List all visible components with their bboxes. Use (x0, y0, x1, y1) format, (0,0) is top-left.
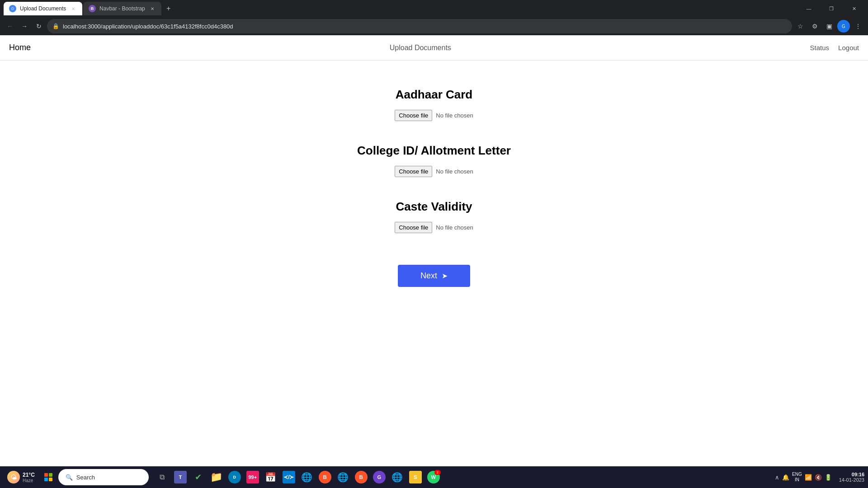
edge-icon[interactable]: 🌐 (299, 469, 315, 485)
aadhaar-section: Aadhaar Card Choose file No file chosen (9, 88, 859, 121)
close-button[interactable]: ✕ (844, 0, 864, 17)
taskbar-search-icon: 🔍 (66, 474, 73, 481)
navbar: Home Upload Documents Status Logout (0, 35, 868, 61)
aadhaar-choose-file-button[interactable]: Choose file (395, 110, 432, 121)
notification-bell-icon[interactable]: 🔔 (782, 474, 789, 481)
tab-close-bootstrap[interactable]: ✕ (149, 5, 156, 12)
wifi-icon[interactable]: 📶 (805, 474, 812, 481)
tab-icon-upload: ⊙ (9, 5, 16, 12)
minimize-button[interactable]: — (798, 0, 819, 17)
new-tab-button[interactable]: + (162, 2, 175, 15)
weather-description: Haze (23, 478, 35, 483)
task-view-button[interactable]: ⧉ (154, 469, 170, 485)
back-button[interactable]: ← (4, 20, 16, 33)
tab-bar: ⊙ Upload Documents ✕ B Navbar - Bootstra… (0, 0, 868, 17)
tab-label-upload: Upload Documents (20, 5, 66, 12)
battery-icon[interactable]: 🔋 (825, 474, 832, 481)
browser-chrome: ⊙ Upload Documents ✕ B Navbar - Bootstra… (0, 0, 868, 35)
next-button-label: Next (420, 271, 437, 281)
logout-link[interactable]: Logout (838, 44, 859, 52)
navbar-brand[interactable]: Home (9, 43, 31, 52)
lang-line2: IN (792, 477, 802, 483)
tab-upload-documents[interactable]: ⊙ Upload Documents ✕ (4, 2, 82, 15)
start-button[interactable] (40, 469, 57, 485)
caste-validity-title: Caste Validity (396, 200, 472, 214)
sys-icons: ∧ 🔔 ENG IN 📶 🔇 🔋 (771, 472, 835, 483)
next-arrow-icon: ➤ (442, 272, 448, 280)
college-id-file-input-wrapper: Choose file No file chosen (395, 166, 473, 177)
language-indicator[interactable]: ENG IN (792, 472, 802, 483)
teams-icon[interactable]: T (172, 469, 189, 485)
extensions-icon[interactable]: ⚙ (808, 20, 821, 33)
navbar-right: Status Logout (810, 44, 859, 52)
main-content: Aadhaar Card Choose file No file chosen … (0, 61, 868, 466)
chrome-icon[interactable]: 🌐 (335, 469, 351, 485)
lang-line1: ENG (792, 472, 802, 477)
file-explorer-icon[interactable]: 📁 (208, 469, 225, 485)
weather-text: 21°C Haze (23, 472, 35, 483)
taskbar-search-text: Search (76, 474, 95, 481)
clock-date: 14-01-2023 (839, 477, 864, 483)
aadhaar-title: Aadhaar Card (396, 88, 473, 102)
college-id-title: College ID/ Allotment Letter (357, 144, 511, 158)
tab-close-upload[interactable]: ✕ (70, 5, 77, 12)
navbar-title: Upload Documents (390, 44, 451, 52)
taskbar-system-tray: ∧ 🔔 ENG IN 📶 🔇 🔋 09:16 14-01-2023 (771, 472, 864, 483)
dell-icon[interactable]: D (226, 469, 243, 485)
lock-icon: 🔒 (52, 23, 59, 29)
taskbar: 🌤 21°C Haze 🔍 Search ⧉ T ✔ 📁 D (0, 466, 868, 488)
profile-button[interactable]: G (837, 20, 850, 33)
navbar-center: Upload Documents (31, 44, 810, 52)
tab-icon-bootstrap: B (89, 5, 96, 12)
college-id-file-status: No file chosen (436, 168, 473, 175)
taskbar-clock[interactable]: 09:16 14-01-2023 (839, 472, 864, 483)
college-id-choose-file-button[interactable]: Choose file (395, 166, 432, 177)
calendar-icon[interactable]: 📅 (263, 469, 279, 485)
taskbar-weather[interactable]: 🌤 21°C Haze (4, 469, 38, 485)
bookmark-star-icon[interactable]: ☆ (794, 20, 807, 33)
sidebar-icon[interactable]: ▣ (823, 20, 835, 33)
caste-validity-file-status: No file chosen (436, 224, 473, 231)
address-bar: ← → ↻ 🔒 localhost:3000/application/uploa… (0, 17, 868, 35)
tab-label-bootstrap: Navbar - Bootstrap (99, 5, 145, 12)
github-icon[interactable]: G (371, 469, 387, 485)
page-wrapper: Home Upload Documents Status Logout Aadh… (0, 35, 868, 466)
brave-icon[interactable]: B (317, 469, 333, 485)
sticky-notes-icon[interactable]: S (407, 469, 424, 485)
maximize-button[interactable]: ❐ (821, 0, 842, 17)
caste-validity-file-input-wrapper: Choose file No file chosen (395, 222, 473, 233)
url-text: localhost:3000/application/uploaddoc/63c… (63, 23, 787, 30)
aadhaar-file-input-wrapper: Choose file No file chosen (395, 110, 473, 121)
next-button[interactable]: Next ➤ (398, 265, 470, 287)
clock-time: 09:16 (852, 472, 864, 477)
toolbar-right: ☆ ⚙ ▣ G ⋮ (794, 20, 864, 33)
url-bar[interactable]: 🔒 localhost:3000/application/uploaddoc/6… (47, 19, 792, 33)
caste-validity-section: Caste Validity Choose file No file chose… (9, 200, 859, 233)
college-id-section: College ID/ Allotment Letter Choose file… (9, 144, 859, 177)
notifications-app-icon[interactable]: 99+ (245, 469, 261, 485)
system-tray-expand-icon[interactable]: ∧ (775, 474, 779, 481)
vscode-icon[interactable]: ≺/≻ (281, 469, 297, 485)
tab-navbar-bootstrap[interactable]: B Navbar - Bootstrap ✕ (83, 2, 161, 15)
aadhaar-file-status: No file chosen (436, 112, 473, 119)
taskbar-search-bar[interactable]: 🔍 Search (58, 469, 149, 485)
checkmark-app-icon[interactable]: ✔ (190, 469, 207, 485)
status-link[interactable]: Status (810, 44, 830, 52)
whatsapp-badge: 2 (434, 470, 441, 475)
window-controls: — ❐ ✕ (798, 0, 864, 17)
forward-button[interactable]: → (18, 20, 31, 33)
caste-validity-choose-file-button[interactable]: Choose file (395, 222, 432, 233)
chrome2-icon[interactable]: 🌐 (389, 469, 406, 485)
reload-button[interactable]: ↻ (33, 20, 45, 33)
brave2-icon[interactable]: B (353, 469, 369, 485)
taskbar-apps: ⧉ T ✔ 📁 D 99+ 📅 ≺/≻ 🌐 B 🌐 (151, 469, 445, 485)
weather-icon: 🌤 (7, 471, 20, 483)
whatsapp-icon[interactable]: W 2 (425, 469, 442, 485)
menu-icon[interactable]: ⋮ (852, 20, 864, 33)
windows-logo-icon (44, 473, 52, 481)
weather-temperature: 21°C (23, 472, 35, 478)
volume-icon[interactable]: 🔇 (815, 474, 822, 481)
